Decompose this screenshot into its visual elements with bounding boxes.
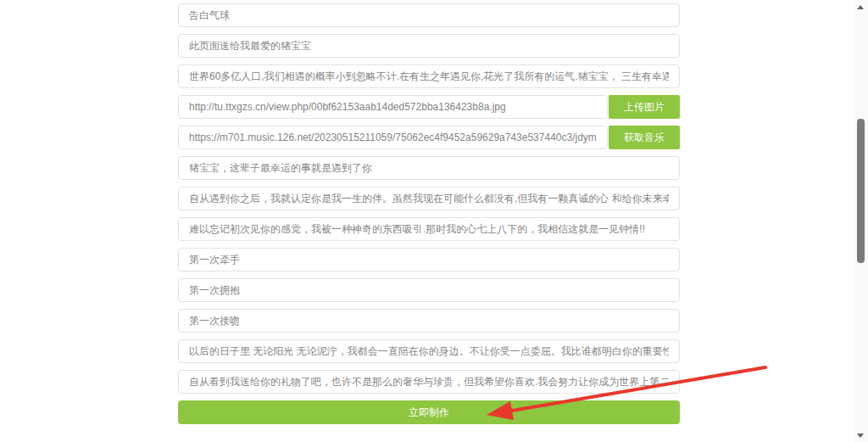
- form-row: [178, 309, 680, 333]
- form-row: [178, 339, 680, 363]
- lucky-message-field[interactable]: [178, 156, 680, 180]
- promise-message-field[interactable]: [178, 187, 680, 210]
- first-hug-field[interactable]: [178, 278, 680, 302]
- scrollbar-up-arrow-icon[interactable]: [857, 5, 864, 9]
- form-row: [178, 64, 680, 88]
- future-days-message-field[interactable]: [178, 339, 680, 363]
- music-url-field[interactable]: [178, 126, 608, 149]
- scrollbar-thumb[interactable]: [857, 119, 865, 263]
- form-row: [178, 156, 680, 180]
- form-row: [178, 34, 680, 58]
- form-row: [178, 370, 680, 394]
- first-hold-hands-field[interactable]: [178, 248, 680, 271]
- form-row: [178, 278, 680, 302]
- first-sight-message-field[interactable]: [178, 217, 680, 241]
- gift-message-field[interactable]: [178, 370, 680, 394]
- title-field[interactable]: [178, 3, 680, 27]
- dedication-field[interactable]: [178, 34, 680, 58]
- create-now-button[interactable]: 立即制作: [178, 400, 680, 424]
- upload-image-button[interactable]: 上传图片: [609, 95, 680, 119]
- scrollbar-down-arrow-icon[interactable]: [857, 434, 864, 438]
- form-row-music: 获取音乐: [178, 126, 680, 149]
- image-url-field[interactable]: [178, 95, 608, 119]
- vertical-scrollbar[interactable]: [854, 0, 868, 442]
- first-kiss-field[interactable]: [178, 309, 680, 333]
- confession-page-form: 上传图片 获取音乐 立即制作: [178, 3, 680, 424]
- form-row: [178, 248, 680, 271]
- get-music-button[interactable]: 获取音乐: [609, 126, 680, 149]
- form-row-image: 上传图片: [178, 95, 680, 119]
- form-row: [178, 217, 680, 241]
- intro-message-field[interactable]: [178, 64, 680, 88]
- form-row: [178, 187, 680, 210]
- form-row: [178, 3, 680, 27]
